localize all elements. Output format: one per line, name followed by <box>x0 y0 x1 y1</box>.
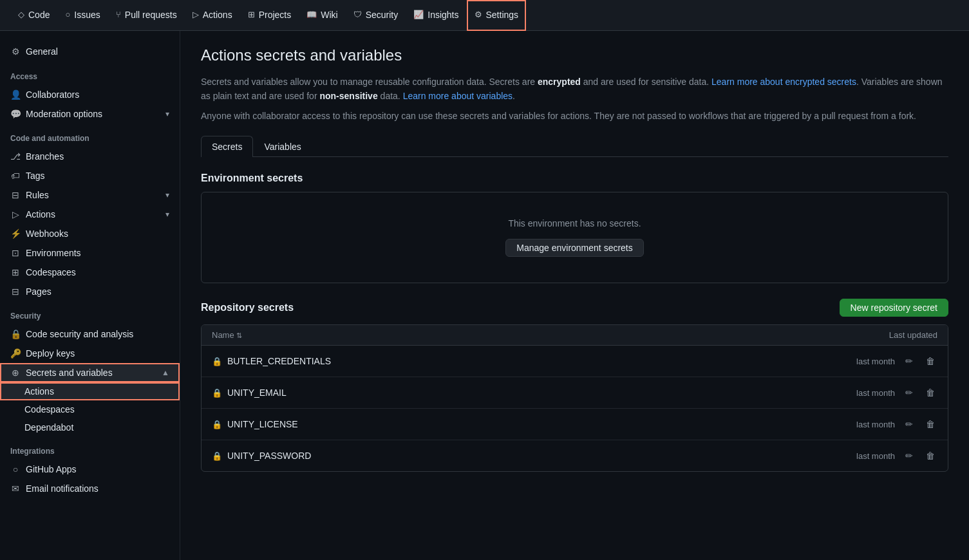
tab-secrets[interactable]: Secrets <box>201 136 253 157</box>
secret-right-butler: last month ✏ 🗑 <box>856 353 937 369</box>
delete-secret-unity-email-button[interactable]: 🗑 <box>923 385 937 400</box>
nav-pr-label: Pull requests <box>125 10 177 20</box>
sidebar-item-branches[interactable]: ⎇ Branches <box>0 147 180 166</box>
sidebar-item-tags[interactable]: 🏷 Tags <box>0 166 180 185</box>
secret-right-unity-email: last month ✏ 🗑 <box>856 385 937 400</box>
manage-env-secrets-button[interactable]: Manage environment secrets <box>505 239 644 257</box>
rules-chevron: ▾ <box>165 191 169 200</box>
sidebar-section-code-automation: Code and automation <box>0 124 180 147</box>
table-row: 🔒 UNITY_EMAIL last month ✏ 🗑 <box>202 377 948 409</box>
moderation-icon: 💬 <box>10 109 21 119</box>
nav-settings[interactable]: ⚙ Settings <box>467 0 527 31</box>
nav-pull-requests[interactable]: ⑂ Pull requests <box>108 0 185 31</box>
sidebar-item-moderation[interactable]: 💬 Moderation options ▾ <box>0 104 180 124</box>
secret-name-unity-password: 🔒 UNITY_PASSWORD <box>212 451 311 461</box>
sidebar-item-email-notifications[interactable]: ✉ Email notifications <box>0 479 180 498</box>
nav-security-label: Security <box>366 10 399 20</box>
code-icon: ◇ <box>18 10 24 19</box>
env-secrets-box: This environment has no secrets. Manage … <box>201 192 948 283</box>
table-header: Name ⇅ Last updated <box>202 325 948 346</box>
email-icon: ✉ <box>10 483 21 494</box>
branches-icon: ⎇ <box>10 151 21 162</box>
nav-wiki-label: Wiki <box>321 10 337 20</box>
sidebar-item-actions[interactable]: ▷ Actions ▾ <box>0 205 180 224</box>
nav-projects-label: Projects <box>259 10 292 20</box>
delete-secret-unity-password-button[interactable]: 🗑 <box>923 448 937 463</box>
sidebar-item-pages[interactable]: ⊟ Pages <box>0 282 180 301</box>
nav-settings-label: Settings <box>486 10 519 20</box>
collaborators-icon: 👤 <box>10 89 21 100</box>
actions-icon: ▷ <box>193 10 199 19</box>
secret-right-unity-password: last month ✏ 🗑 <box>856 448 937 463</box>
rules-icon: ⊟ <box>10 190 21 200</box>
table-row: 🔒 UNITY_PASSWORD last month ✏ 🗑 <box>202 440 948 471</box>
sidebar-item-secrets-variables[interactable]: ⊕ Secrets and variables ▲ <box>0 363 180 382</box>
sidebar-item-webhooks[interactable]: ⚡ Webhooks <box>0 224 180 243</box>
webhooks-icon: ⚡ <box>10 229 21 239</box>
sidebar-item-github-apps[interactable]: ○ GitHub Apps <box>0 460 180 479</box>
deploy-keys-icon: 🔑 <box>10 348 21 359</box>
nav-wiki[interactable]: 📖 Wiki <box>299 0 345 31</box>
edit-secret-unity-license-button[interactable]: ✏ <box>903 416 916 432</box>
table-row: 🔒 UNITY_LICENSE last month ✏ 🗑 <box>202 409 948 440</box>
nav-actions[interactable]: ▷ Actions <box>185 0 240 31</box>
nav-code-label: Code <box>28 10 50 20</box>
secret-name-unity-license: 🔒 UNITY_LICENSE <box>212 419 298 429</box>
sidebar-item-code-security[interactable]: 🔒 Code security and analysis <box>0 324 180 344</box>
secrets-table: Name ⇅ Last updated 🔒 BUTLER_CREDENTIALS… <box>201 324 948 472</box>
sidebar-sub-dependabot[interactable]: Dependabot <box>0 418 180 436</box>
repo-secrets-header: Repository secrets New repository secret <box>201 299 948 317</box>
sidebar-item-collaborators[interactable]: 👤 Collaborators <box>0 85 180 104</box>
sidebar-item-codespaces[interactable]: ⊞ Codespaces <box>0 263 180 282</box>
sidebar-item-environments[interactable]: ⊡ Environments <box>0 243 180 263</box>
sidebar-section-integrations: Integrations <box>0 436 180 460</box>
nav-actions-label: Actions <box>203 10 232 20</box>
lock-icon: 🔒 <box>212 451 222 461</box>
nav-code[interactable]: ◇ Code <box>10 0 57 31</box>
edit-secret-unity-email-button[interactable]: ✏ <box>903 385 916 400</box>
nav-security[interactable]: 🛡 Security <box>346 0 406 31</box>
nav-insights-label: Insights <box>428 10 458 20</box>
sidebar-item-deploy-keys[interactable]: 🔑 Deploy keys <box>0 344 180 363</box>
nav-projects[interactable]: ⊞ Projects <box>240 0 299 31</box>
env-secrets-empty: This environment has no secrets. <box>214 218 935 229</box>
pull-requests-icon: ⑂ <box>116 10 121 19</box>
security-icon: 🛡 <box>353 10 362 19</box>
sidebar-sub-actions[interactable]: Actions <box>0 382 180 400</box>
lock-icon: 🔒 <box>212 388 222 398</box>
description-2: Anyone with collaborator access to this … <box>201 109 948 123</box>
edit-secret-unity-password-button[interactable]: ✏ <box>903 448 916 463</box>
variables-link[interactable]: Learn more about variables <box>403 91 513 101</box>
sidebar-section-access: Access <box>0 62 180 85</box>
env-secrets-header: Environment secrets <box>201 173 948 184</box>
sidebar-sub-codespaces[interactable]: Codespaces <box>0 400 180 418</box>
lock-icon: 🔒 <box>212 420 222 429</box>
code-security-icon: 🔒 <box>10 329 21 339</box>
actions-sidebar-icon: ▷ <box>10 209 21 219</box>
edit-secret-butler-button[interactable]: ✏ <box>903 353 916 369</box>
description-1: Secrets and variables allow you to manag… <box>201 75 948 104</box>
insights-icon: 📈 <box>413 10 424 19</box>
sidebar-item-general[interactable]: ⚙ General <box>0 41 180 62</box>
page-title: Actions secrets and variables <box>201 46 948 64</box>
top-nav: ◇ Code ○ Issues ⑂ Pull requests ▷ Action… <box>0 0 969 31</box>
new-repository-secret-button[interactable]: New repository secret <box>840 299 948 317</box>
nav-issues-label: Issues <box>74 10 100 20</box>
tab-variables[interactable]: Variables <box>253 136 312 157</box>
encrypted-secrets-link[interactable]: Learn more about encrypted secrets <box>711 77 856 87</box>
actions-chevron: ▾ <box>165 210 169 219</box>
sidebar-section-security: Security <box>0 301 180 324</box>
github-apps-icon: ○ <box>10 464 21 474</box>
wiki-icon: 📖 <box>306 10 317 19</box>
nav-insights[interactable]: 📈 Insights <box>406 0 466 31</box>
delete-secret-unity-license-button[interactable]: 🗑 <box>923 416 937 432</box>
delete-secret-butler-button[interactable]: 🗑 <box>923 353 937 369</box>
secrets-icon: ⊕ <box>10 368 21 378</box>
secrets-chevron: ▲ <box>162 368 169 377</box>
nav-issues[interactable]: ○ Issues <box>57 0 108 31</box>
tabs: Secrets Variables <box>201 136 948 157</box>
secret-name-butler: 🔒 BUTLER_CREDENTIALS <box>212 356 331 366</box>
table-row: 🔒 BUTLER_CREDENTIALS last month ✏ 🗑 <box>202 346 948 377</box>
sidebar-general-label: General <box>26 46 58 57</box>
sidebar-item-rules[interactable]: ⊟ Rules ▾ <box>0 185 180 205</box>
